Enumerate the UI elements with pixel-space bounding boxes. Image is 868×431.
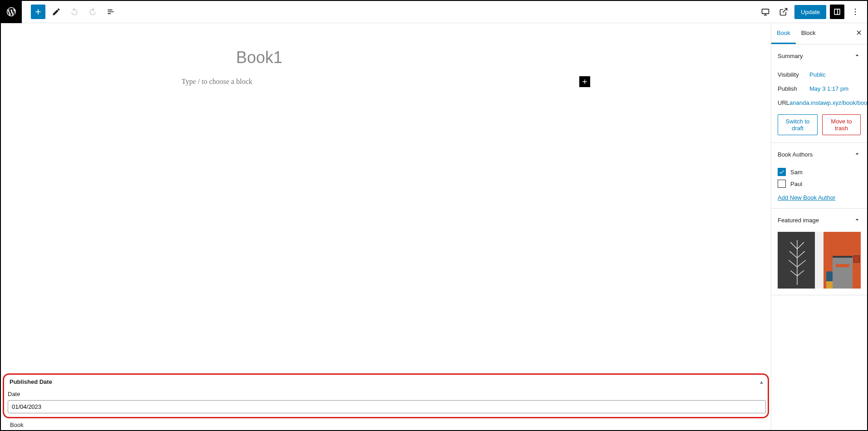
plus-icon [34, 7, 43, 16]
url-label: URL [778, 99, 789, 106]
summary-panel-header[interactable]: Summary [771, 44, 867, 68]
url-value[interactable]: ananda.instawp.xyz/book/book1/ [789, 99, 867, 106]
settings-toggle-button[interactable] [830, 5, 844, 19]
chevron-up-icon [853, 150, 861, 159]
metabox-toggle-icon[interactable]: ▲ [759, 379, 764, 385]
featured-image-panel: Featured image [771, 209, 867, 295]
chevron-up-icon [853, 216, 861, 225]
visibility-label: Visibility [778, 71, 809, 78]
svg-point-2 [855, 11, 856, 13]
authors-panel-header[interactable]: Book Authors [771, 143, 867, 166]
move-to-trash-button[interactable]: Move to trash [822, 114, 861, 135]
editor-topbar: Update [1, 1, 867, 23]
close-sidebar-button[interactable] [851, 24, 867, 43]
date-field-label: Date [8, 391, 766, 397]
svg-point-3 [855, 14, 856, 15]
author-checkbox-row: Paul [778, 178, 861, 190]
author-checkbox-sam[interactable] [778, 168, 786, 176]
book-authors-panel: Book Authors Sam Paul [771, 143, 867, 209]
view-button[interactable] [758, 5, 773, 19]
svg-rect-0 [762, 9, 769, 14]
list-icon [106, 7, 115, 16]
plus-icon [581, 78, 588, 85]
post-title-input[interactable] [182, 48, 590, 67]
tab-block[interactable]: Block [796, 23, 821, 44]
published-date-input[interactable] [8, 400, 766, 413]
author-label: Paul [790, 181, 802, 187]
metabox-title: Published Date [10, 378, 52, 385]
update-button[interactable]: Update [794, 5, 826, 19]
chevron-up-icon [853, 52, 861, 60]
edit-mode-button[interactable] [49, 5, 64, 19]
tree-decoration [786, 235, 809, 285]
wordpress-logo[interactable] [1, 1, 22, 23]
undo-icon [70, 7, 79, 16]
visibility-value[interactable]: Public [809, 71, 861, 78]
dots-vertical-icon [851, 7, 860, 16]
author-checkbox-paul[interactable] [778, 180, 786, 188]
metabox-header[interactable]: Published Date ▲ [8, 377, 766, 391]
inline-add-block-button[interactable] [579, 76, 590, 87]
pencil-icon [52, 7, 61, 16]
undo-button[interactable] [67, 5, 82, 19]
featured-image-panel-header[interactable]: Featured image [771, 209, 867, 232]
external-link-icon [779, 7, 788, 16]
publish-value[interactable]: May 3 1:17 pm [809, 85, 861, 92]
publish-label: Publish [778, 85, 809, 92]
box-decoration [853, 255, 860, 263]
published-date-metabox: Published Date ▲ Date [3, 373, 769, 418]
redo-icon [88, 7, 97, 16]
tab-book[interactable]: Book [771, 23, 796, 44]
settings-sidebar: Book Block Summary Visibility Public [771, 23, 867, 430]
block-breadcrumb[interactable]: Book [1, 420, 771, 430]
desktop-icon [761, 7, 770, 16]
person-decoration [826, 271, 833, 289]
switch-to-draft-button[interactable]: Switch to draft [778, 114, 818, 135]
block-placeholder[interactable]: Type / to choose a block [182, 78, 579, 86]
close-icon [855, 29, 863, 36]
add-new-author-link[interactable]: Add New Book Author [778, 194, 835, 201]
svg-point-1 [855, 9, 856, 10]
wordpress-icon [6, 6, 17, 17]
document-overview-button[interactable] [104, 5, 118, 19]
add-block-button[interactable] [31, 5, 45, 19]
options-menu-button[interactable] [848, 5, 863, 19]
sidebar-icon [833, 7, 842, 16]
check-icon [779, 169, 785, 175]
summary-panel: Summary Visibility Public Publish May 3 … [771, 44, 867, 143]
editor-canvas[interactable]: Type / to choose a block [1, 23, 771, 372]
featured-image-thumbnail[interactable] [778, 232, 861, 289]
author-label: Sam [790, 169, 803, 176]
author-checkbox-row: Sam [778, 166, 861, 178]
redo-button[interactable] [85, 5, 100, 19]
preview-button[interactable] [776, 5, 791, 19]
door-decoration [833, 256, 853, 289]
